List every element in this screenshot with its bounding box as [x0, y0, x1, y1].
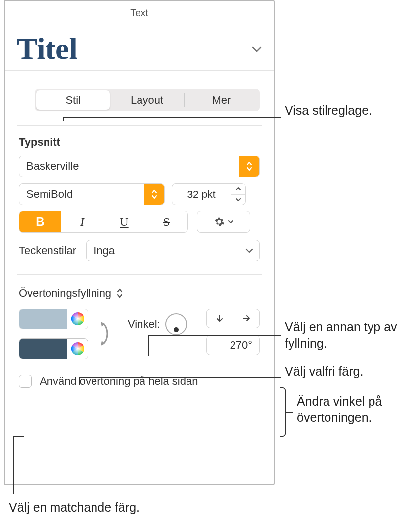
callout-gradient-angle: Ändra vinkel på övertoningen. — [297, 393, 416, 425]
angle-dial-handle — [174, 327, 179, 332]
strikethrough-button[interactable]: S — [145, 211, 187, 232]
gradient-direction-down[interactable] — [207, 309, 233, 328]
size-step-down[interactable] — [231, 195, 245, 205]
gradient-color-1-picker[interactable] — [67, 309, 88, 329]
gradient-color-2-picker[interactable] — [67, 339, 88, 359]
callout-matching-color: Välj en matchande färg. — [9, 499, 140, 516]
fill-type-popup[interactable] — [116, 288, 123, 299]
chevron-down-icon — [252, 46, 262, 52]
character-styles-label: Teckenstilar — [19, 244, 76, 257]
svg-point-0 — [71, 312, 84, 325]
gradient-color-1-swatch[interactable] — [19, 309, 67, 329]
gradient-color-2-swatch[interactable] — [19, 339, 67, 359]
gradient-direction-right[interactable] — [233, 309, 260, 328]
angle-dial[interactable] — [165, 313, 187, 335]
callout-fill-type: Välj en annan typ av fyllning. — [285, 319, 414, 351]
fill-type-label: Övertoningsfyllning — [19, 287, 111, 300]
inspector-tabs: Stil Layout Mer — [35, 89, 260, 111]
angle-value: 270° — [230, 339, 252, 352]
angle-label: Vinkel: — [128, 318, 160, 331]
color-wheel-icon — [71, 342, 84, 355]
font-weight-select[interactable]: SemiBold — [19, 183, 165, 205]
chevron-down-icon — [245, 248, 253, 253]
advanced-options-button[interactable] — [197, 211, 250, 233]
updown-icon — [144, 184, 164, 205]
font-family-value: Baskerville — [26, 160, 239, 173]
swap-colors-button[interactable] — [98, 320, 113, 348]
apply-gradient-page-checkbox[interactable] — [19, 375, 32, 388]
text-style-group: B I U S — [19, 211, 188, 233]
character-styles-value: Inga — [93, 244, 239, 257]
paragraph-style-name: Titel — [17, 31, 252, 66]
arrow-down-icon — [215, 314, 224, 323]
italic-button[interactable]: I — [61, 211, 103, 232]
updown-icon — [239, 156, 259, 177]
font-family-select[interactable]: Baskerville — [19, 156, 260, 177]
paragraph-style-popup[interactable]: Titel — [5, 24, 274, 71]
callout-any-color: Välj valfri färg. — [285, 363, 363, 380]
svg-point-1 — [71, 342, 84, 355]
swap-icon — [98, 320, 113, 348]
panel-title: Text — [5, 1, 274, 24]
apply-gradient-page-label: Använd övertoning på hela sidan — [40, 375, 198, 388]
underline-button[interactable]: U — [103, 211, 145, 232]
font-weight-value: SemiBold — [26, 188, 144, 201]
tab-more[interactable]: Mer — [185, 90, 258, 110]
tab-layout[interactable]: Layout — [110, 90, 184, 110]
arrow-right-icon — [242, 314, 251, 323]
character-styles-select[interactable]: Inga — [86, 240, 260, 261]
callout-style-controls: Visa stilreglage. — [285, 103, 372, 119]
updown-icon — [116, 288, 123, 299]
bold-button[interactable]: B — [19, 211, 61, 232]
chevron-down-icon — [228, 220, 233, 224]
font-section-label: Typsnitt — [19, 136, 260, 149]
text-inspector-panel: Text Titel Stil Layout Mer Typsnitt Bask… — [4, 0, 275, 485]
angle-value-field[interactable]: 270° — [206, 335, 260, 355]
tab-style[interactable]: Stil — [36, 90, 110, 110]
font-size-stepper[interactable]: 32 pkt — [172, 183, 246, 205]
size-step-up[interactable] — [231, 184, 245, 195]
color-wheel-icon — [71, 312, 84, 325]
font-size-value: 32 pkt — [172, 188, 231, 200]
gear-icon — [214, 216, 225, 227]
